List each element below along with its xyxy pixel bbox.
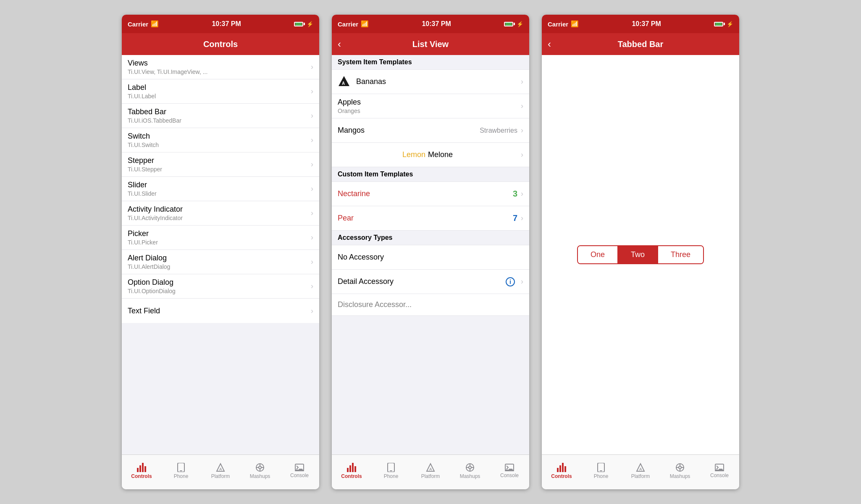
tab-label-platform-2: Platform xyxy=(421,473,440,479)
list-item-alert[interactable]: Alert Dialog Ti.UI.AlertDialog › xyxy=(122,250,319,274)
status-bar-2: Carrier 📶 10:37 PM ⚡ xyxy=(332,15,529,33)
list-item-switch[interactable]: Switch Ti.UI.Switch › xyxy=(122,128,319,152)
list-item-content-pear: Pear xyxy=(338,214,513,223)
tab-mashups-3[interactable]: Mashups xyxy=(660,455,700,489)
svg-rect-38 xyxy=(562,463,564,472)
phone-icon-2 xyxy=(387,463,395,472)
list-view-1: Views Ti.UI.View, Ti.UI.ImageView, ... ›… xyxy=(122,55,319,323)
battery-body-2 xyxy=(504,22,513,26)
segmented-control: One Two Three xyxy=(577,245,704,264)
list-item-title-nectarine: Nectarine xyxy=(338,189,513,198)
list-item-lemon[interactable]: Lemon Melone › xyxy=(332,143,529,167)
tab-phone-1[interactable]: Phone xyxy=(161,455,201,489)
console-icon-1 xyxy=(295,464,304,471)
tab-mashups-1[interactable]: Mashups xyxy=(240,455,280,489)
battery-fill-2 xyxy=(505,23,512,26)
controls-icon-2 xyxy=(346,463,357,472)
nav-title-2: List View xyxy=(412,39,449,49)
melone-text: Melone xyxy=(428,150,453,159)
tab-label-mashups-3: Mashups xyxy=(670,473,690,479)
tab-label-controls-1: Controls xyxy=(131,473,152,479)
list-item-no-accessory[interactable]: No Accessory xyxy=(332,245,529,270)
list-item-content-slider: Slider Ti.UI.Slider xyxy=(128,181,307,197)
list-item-picker[interactable]: Picker Ti.UI.Picker › xyxy=(122,226,319,250)
svg-rect-24 xyxy=(390,470,392,471)
pear-badge: 7 xyxy=(513,213,517,223)
list-item-tabbed-bar[interactable]: Tabbed Bar Ti.UI.iOS.TabbedBar › xyxy=(122,104,319,128)
svg-rect-21 xyxy=(352,463,354,472)
svg-rect-36 xyxy=(557,468,559,472)
list-item-title-views: Views xyxy=(128,59,307,68)
back-button-2[interactable]: ‹ xyxy=(338,38,341,50)
tab-label-phone-3: Phone xyxy=(594,473,609,479)
list-item-apples[interactable]: Apples Oranges › xyxy=(332,94,529,118)
chevron-stepper: › xyxy=(311,160,313,169)
tab-label-console-3: Console xyxy=(710,472,729,478)
list-item-content-picker: Picker Ti.UI.Picker xyxy=(128,229,307,246)
tab-platform-2[interactable]: A Platform xyxy=(411,455,450,489)
segment-three[interactable]: Three xyxy=(658,246,703,263)
list-item-activity[interactable]: Activity Indicator Ti.UI.ActivityIndicat… xyxy=(122,201,319,226)
list-item-detail-accessory[interactable]: Detail Accessory i › xyxy=(332,270,529,294)
tab-controls-3[interactable]: Controls xyxy=(542,455,581,489)
tab-label-mashups-2: Mashups xyxy=(460,473,480,479)
chevron-pear: › xyxy=(521,214,523,223)
status-left-1: Carrier 📶 xyxy=(128,20,159,28)
mangos-right-text: Strawberries xyxy=(480,127,517,134)
list-item-title-activity: Activity Indicator xyxy=(128,205,307,214)
list-item-title-pear: Pear xyxy=(338,214,513,223)
status-left-3: Carrier 📶 xyxy=(548,20,579,28)
list-item-textfield[interactable]: Text Field › xyxy=(122,299,319,323)
battery-icon-3 xyxy=(714,22,725,26)
status-left-2: Carrier 📶 xyxy=(338,20,369,28)
console-icon-3 xyxy=(715,464,724,471)
tab-phone-2[interactable]: Phone xyxy=(371,455,411,489)
tab-console-1[interactable]: Console xyxy=(280,455,319,489)
tab-phone-3[interactable]: Phone xyxy=(581,455,621,489)
list-item-stepper[interactable]: Stepper Ti.UI.Stepper › xyxy=(122,152,319,177)
segment-two[interactable]: Two xyxy=(618,246,658,263)
tab-console-2[interactable]: Console xyxy=(490,455,529,489)
list-item-nectarine[interactable]: Nectarine 3 › xyxy=(332,182,529,206)
battery-fill-1 xyxy=(295,23,302,26)
tab-label-platform-3: Platform xyxy=(631,473,650,479)
nav-title-3: Tabbed Bar xyxy=(618,39,664,49)
segment-one[interactable]: One xyxy=(578,246,618,263)
tab-mashups-2[interactable]: Mashups xyxy=(450,455,490,489)
list-item-bananas[interactable]: A Bananas › xyxy=(332,70,529,94)
tab-bar-1: Controls Phone A Platform xyxy=(122,454,319,489)
chevron-apples: › xyxy=(521,102,523,110)
list-item-pear[interactable]: Pear 7 › xyxy=(332,206,529,231)
list-item-subtitle-apples: Oranges xyxy=(338,108,517,114)
list-item-title-mangos: Mangos xyxy=(338,126,480,135)
carrier-label-1: Carrier xyxy=(128,21,148,28)
list-item-label[interactable]: Label Ti.UI.Label › xyxy=(122,79,319,104)
list-item-title-apples: Apples xyxy=(338,98,517,107)
tab-controls-1[interactable]: Controls xyxy=(122,455,161,489)
triangle-wrap-bananas: A xyxy=(338,75,350,87)
bolt-icon-3: ⚡ xyxy=(727,21,733,27)
tab-platform-3[interactable]: A Platform xyxy=(621,455,660,489)
tab-controls-2[interactable]: Controls xyxy=(332,455,371,489)
back-button-3[interactable]: ‹ xyxy=(548,38,551,50)
list-item-disclosure[interactable]: Disclosure Accessor... xyxy=(332,294,529,316)
list-item-views[interactable]: Views Ti.UI.View, Ti.UI.ImageView, ... › xyxy=(122,55,319,79)
list-item-content-option: Option Dialog Ti.UI.OptionDialog xyxy=(128,278,307,294)
list-item-subtitle-picker: Ti.UI.Picker xyxy=(128,239,307,246)
svg-point-28 xyxy=(469,466,471,469)
section-header-custom: Custom Item Templates xyxy=(332,167,529,182)
list-item-slider[interactable]: Slider Ti.UI.Slider › xyxy=(122,177,319,201)
list-item-content-bananas: Bananas xyxy=(356,77,517,86)
svg-rect-39 xyxy=(564,466,566,472)
list-item-option[interactable]: Option Dialog Ti.UI.OptionDialog › xyxy=(122,274,319,299)
list-item-title-option: Option Dialog xyxy=(128,278,307,287)
chevron-lemon: › xyxy=(521,150,523,159)
svg-rect-22 xyxy=(354,466,356,472)
tab-console-3[interactable]: Console xyxy=(700,455,739,489)
list-item-mangos[interactable]: Mangos Strawberries › xyxy=(332,118,529,143)
tab-platform-1[interactable]: A Platform xyxy=(201,455,240,489)
tab-label-platform-1: Platform xyxy=(211,473,230,479)
list-item-content-nectarine: Nectarine xyxy=(338,189,513,198)
chevron-switch: › xyxy=(311,136,313,144)
triangle-A-icon: A xyxy=(338,75,350,87)
